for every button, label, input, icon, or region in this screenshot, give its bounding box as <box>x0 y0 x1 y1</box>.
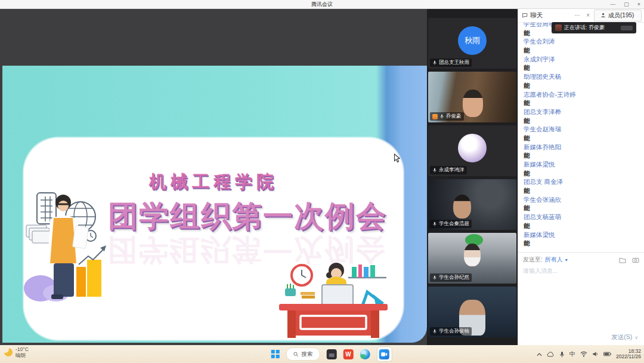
speaking-toast-text: 正在讲话: 乔俊豪 <box>564 24 605 32</box>
participant-name: 团总支王秋雨 <box>439 59 469 66</box>
video-tile[interactable]: 学生会孙纪然 <box>428 233 516 284</box>
chat-message-sender: 学生会刘涛 <box>524 37 644 46</box>
chat-more-button[interactable]: ⋯ <box>572 12 582 19</box>
chat-message-text: 能 <box>524 151 644 160</box>
mic-icon <box>439 114 444 119</box>
tencent-meeting-icon[interactable] <box>376 346 392 362</box>
chat-header: 聊天 ⋯ × 成员(195) <box>518 8 644 23</box>
chat-message-sender: 新媒体梁悦 <box>524 230 644 239</box>
person-icon <box>600 13 606 18</box>
speaker-icon[interactable] <box>592 351 599 357</box>
video-tile-label: 永成李鸿洋 <box>430 166 467 174</box>
businessman-chart-illustration <box>24 188 131 302</box>
dark-app-icon[interactable] <box>326 349 336 359</box>
taskbar-clock[interactable]: 18:32 2022/11/26 <box>616 349 641 360</box>
video-tile[interactable]: 永成李鸿洋 <box>428 125 516 176</box>
chat-message-list[interactable]: 学生会周明阳能学生会刘涛能永成刘宇泽能助理团史天杨能志愿者协会-王诗婷能团总支李… <box>518 23 644 252</box>
moon-icon <box>4 348 13 356</box>
taskbar: -10°C 晴朗 搜索 W <box>0 345 644 363</box>
toast-blurred-text <box>621 26 633 30</box>
participant-avatar: 秋雨 <box>458 26 487 55</box>
chat-message-text: 能 <box>524 222 644 230</box>
slide-card: 机械工程学院 团学组织第一次例会 团学组织第一次例会 <box>24 138 403 340</box>
chat-bubble-icon <box>522 13 528 19</box>
mic-icon <box>432 275 437 280</box>
chat-message-sender: 志愿者协会-王诗婷 <box>524 90 644 99</box>
chat-message-sender: 学生会赵海瑞 <box>524 125 644 134</box>
desktop-screen: 腾讯会议 — ▢ × 机械工程学院 团学组织第一次例会 团学组织第一次例会 <box>0 0 644 363</box>
participant-name: 学生会孙俊楠 <box>439 328 469 335</box>
send-to-selector[interactable]: 所有人 <box>545 256 563 264</box>
browser-icon[interactable] <box>360 349 370 359</box>
girl-at-desk-illustration <box>277 259 390 339</box>
weather-condition: 晴朗 <box>16 352 29 358</box>
video-tile[interactable]: 学生会孙俊楠 <box>428 287 516 337</box>
minimize-button[interactable]: — <box>610 0 615 8</box>
video-tile[interactable]: 学生会秦浩超 <box>428 179 516 230</box>
chevron-down-icon[interactable]: ▾ <box>565 257 568 263</box>
video-camera-icon <box>381 352 388 357</box>
battery-icon[interactable] <box>603 352 611 356</box>
mic-icon <box>432 222 437 226</box>
chat-message-sender: 永成刘宇泽 <box>524 55 644 64</box>
video-tile[interactable]: 秋雨团总支王秋雨 <box>428 18 516 69</box>
wps-office-icon[interactable]: W <box>343 349 353 359</box>
close-button[interactable]: × <box>637 0 640 8</box>
chat-message-text: 能 <box>524 99 644 107</box>
chat-footer: 发送至: 所有人 ▾ 请输入消息... 发送(S) ∨ <box>518 252 644 345</box>
video-tile-label: 乔俊豪 <box>430 112 464 121</box>
members-tab-label: 成员(195) <box>608 11 634 20</box>
mic-icon <box>432 329 437 334</box>
video-tile-label: 学生会秦浩超 <box>430 220 472 228</box>
chat-message-sender: 助理团史天杨 <box>524 72 644 81</box>
cloud-icon[interactable] <box>547 352 555 357</box>
video-tile[interactable]: 乔俊豪 <box>428 72 516 122</box>
chat-message-text: 能 <box>524 239 644 248</box>
wifi-icon[interactable] <box>580 351 587 357</box>
ime-indicator[interactable]: 中 <box>569 350 575 358</box>
screenshot-icon[interactable] <box>632 257 639 263</box>
folder-icon[interactable] <box>619 257 626 263</box>
chat-message-text: 能 <box>524 116 644 125</box>
chat-message-sender: 团总支李泽桦 <box>524 107 644 116</box>
send-button[interactable]: 发送(S) <box>611 333 632 342</box>
screen-share-area: 机械工程学院 团学组织第一次例会 团学组织第一次例会 <box>0 8 427 345</box>
taskbar-search[interactable]: 搜索 <box>286 347 320 361</box>
tray-mic-icon[interactable] <box>559 351 565 358</box>
chat-message-sender: 新媒体乔艳阳 <box>524 143 644 152</box>
chat-message-text: 能 <box>524 204 644 213</box>
participant-name: 学生会孙纪然 <box>439 274 469 281</box>
presentation-slide: 机械工程学院 团学组织第一次例会 团学组织第一次例会 <box>2 66 427 343</box>
host-badge-icon <box>432 114 438 119</box>
chat-title: 聊天 <box>530 11 543 20</box>
chat-message-sender: 团总支杨蓝萌 <box>524 213 644 222</box>
window-title: 腾讯会议 <box>0 0 644 8</box>
search-icon <box>293 352 298 357</box>
chat-message-text: 能 <box>524 63 644 72</box>
speaking-toast: 正在讲话: 乔俊豪 <box>552 22 636 33</box>
members-tab[interactable]: 成员(195) <box>594 10 642 21</box>
chat-input[interactable]: 请输入消息... <box>523 267 639 275</box>
chat-panel: 聊天 ⋯ × 成员(195) 学生会周明阳能学生会刘涛能永成刘宇泽能助理团史天杨… <box>518 8 644 345</box>
mouse-cursor <box>394 153 400 163</box>
window-titlebar: 腾讯会议 — ▢ × <box>0 0 644 9</box>
mic-icon <box>432 60 437 65</box>
search-label: 搜索 <box>301 350 312 358</box>
chat-message-sender: 新媒体梁悦 <box>524 160 644 169</box>
weather-widget[interactable]: -10°C 晴朗 <box>4 346 29 358</box>
speaker-avatar <box>555 24 562 31</box>
chat-close-button[interactable]: × <box>584 12 592 19</box>
participant-name: 乔俊豪 <box>446 113 462 120</box>
chat-message-text: 能 <box>524 134 644 143</box>
maximize-button[interactable]: ▢ <box>624 0 629 8</box>
chat-message-text: 能 <box>524 46 644 55</box>
video-tile-label: 学生会孙纪然 <box>430 273 472 282</box>
participant-name: 学生会秦浩超 <box>439 220 469 227</box>
send-to-label: 发送至: <box>523 256 543 264</box>
chat-message-sender: 学生会张涵欣 <box>524 195 644 204</box>
mic-icon <box>432 168 437 173</box>
chat-message-text: 能 <box>524 169 644 178</box>
send-options-caret[interactable]: ∨ <box>634 335 638 340</box>
chevron-up-icon[interactable] <box>537 352 542 356</box>
start-button[interactable] <box>271 350 280 358</box>
